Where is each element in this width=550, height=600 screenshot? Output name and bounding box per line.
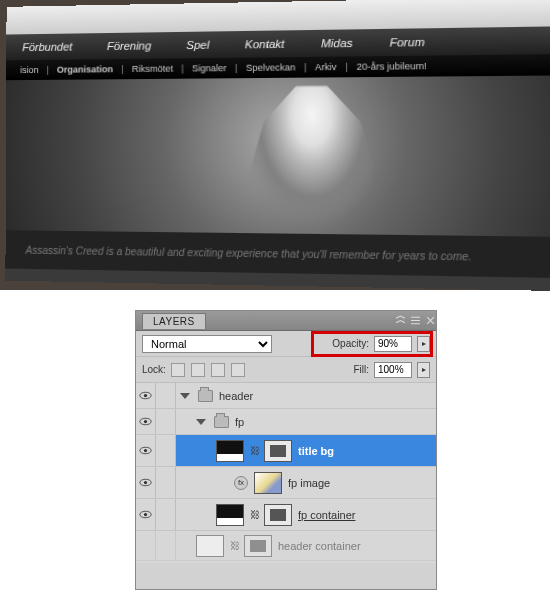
link-slot[interactable] <box>156 409 176 434</box>
chevrons-icon[interactable] <box>395 315 406 326</box>
layer-thumbnail[interactable] <box>254 472 282 494</box>
layer-name: header container <box>278 540 361 552</box>
visibility-toggle[interactable] <box>136 467 156 498</box>
link-slot[interactable] <box>156 383 176 408</box>
preview-caption: Assassin's Creed is a beautiful and exci… <box>5 230 550 278</box>
layer-row-header[interactable]: header <box>136 383 436 409</box>
nav-item[interactable]: Kontakt <box>245 38 285 51</box>
layer-row-header-container[interactable]: ⛓ header container <box>136 531 436 561</box>
subnav-item[interactable]: Riksmötet <box>132 64 173 75</box>
subnav-item[interactable]: 20-års jubileum! <box>356 61 426 72</box>
preview-hero-image <box>6 75 550 237</box>
layers-panel: LAYERS Normal Opacity: ▸ Lock: Fill: <box>135 310 437 590</box>
layer-name: title bg <box>298 445 334 457</box>
mask-link-icon[interactable]: ⛓ <box>230 540 238 551</box>
panel-tab-bar: LAYERS <box>136 311 436 331</box>
subnav-item[interactable]: Organisation <box>57 64 113 75</box>
layer-row-title-bg[interactable]: ⛓ title bg <box>136 435 436 467</box>
layer-tree: header fp ⛓ title bg <box>136 383 436 563</box>
panel-menu-icon[interactable] <box>410 315 421 326</box>
lock-position-icon[interactable] <box>211 363 225 377</box>
visibility-toggle[interactable] <box>136 435 156 466</box>
nav-item[interactable]: Forum <box>390 36 425 49</box>
subnav-item[interactable]: ision <box>20 65 38 75</box>
svg-point-3 <box>144 420 147 423</box>
link-slot[interactable] <box>156 531 176 560</box>
close-icon[interactable] <box>425 315 436 326</box>
mask-link-icon[interactable]: ⛓ <box>250 445 258 456</box>
subnav-item[interactable]: Spelveckan <box>246 62 295 73</box>
visibility-toggle[interactable] <box>136 499 156 530</box>
layer-name: fp <box>235 416 244 428</box>
opacity-flyout-icon[interactable]: ▸ <box>417 336 430 352</box>
layer-thumbnail[interactable] <box>196 535 224 557</box>
layer-thumbnail[interactable] <box>216 504 244 526</box>
opacity-input[interactable] <box>374 336 412 352</box>
fill-input[interactable] <box>374 362 412 378</box>
caption-text: Assassin's Creed is a beautiful and exci… <box>26 244 472 262</box>
link-slot[interactable] <box>156 435 176 466</box>
fill-label: Fill: <box>353 364 369 375</box>
visibility-toggle[interactable] <box>136 409 156 434</box>
lock-icons-group <box>171 363 245 377</box>
mask-thumbnail[interactable] <box>264 504 292 526</box>
nav-item[interactable]: Midas <box>321 37 353 50</box>
mask-thumbnail[interactable] <box>244 535 272 557</box>
folder-icon <box>198 390 213 402</box>
svg-point-5 <box>144 449 147 452</box>
expand-icon[interactable] <box>180 393 190 399</box>
layer-name: header <box>219 390 253 402</box>
svg-point-7 <box>144 481 147 484</box>
layer-row-fp-image[interactable]: fx fp image <box>136 467 436 499</box>
visibility-toggle[interactable] <box>136 383 156 408</box>
mask-link-icon[interactable]: ⛓ <box>250 509 258 520</box>
nav-item[interactable]: Förbundet <box>22 41 72 54</box>
lock-label: Lock: <box>142 364 166 375</box>
layer-row-fp[interactable]: fp <box>136 409 436 435</box>
link-slot[interactable] <box>156 467 176 498</box>
svg-point-9 <box>144 513 147 516</box>
svg-point-1 <box>144 394 147 397</box>
subnav-item[interactable]: Signaler <box>192 63 227 74</box>
blend-opacity-row: Normal Opacity: ▸ <box>136 331 436 357</box>
link-slot[interactable] <box>156 499 176 530</box>
tab-layers[interactable]: LAYERS <box>142 313 206 329</box>
layer-thumbnail[interactable] <box>216 440 244 462</box>
website-preview: Förbundet Förening Spel Kontakt Midas Fo… <box>5 0 550 292</box>
fill-flyout-icon[interactable]: ▸ <box>417 362 430 378</box>
lock-all-icon[interactable] <box>231 363 245 377</box>
opacity-label: Opacity: <box>332 338 369 349</box>
folder-icon <box>214 416 229 428</box>
lock-transparency-icon[interactable] <box>171 363 185 377</box>
nav-item[interactable]: Förening <box>107 39 151 52</box>
layer-row-fp-container[interactable]: ⛓ fp container <box>136 499 436 531</box>
subnav-item[interactable]: Arkiv <box>315 62 337 73</box>
expand-icon[interactable] <box>196 419 206 425</box>
lock-pixels-icon[interactable] <box>191 363 205 377</box>
lock-fill-row: Lock: Fill: ▸ <box>136 357 436 383</box>
nav-item[interactable]: Spel <box>186 39 209 52</box>
effects-icon[interactable]: fx <box>234 476 248 490</box>
hero-character <box>237 85 389 232</box>
website-preview-frame: Förbundet Förening Spel Kontakt Midas Fo… <box>0 0 550 290</box>
layer-name: fp container <box>298 509 355 521</box>
blend-mode-select[interactable]: Normal <box>142 335 272 353</box>
mask-thumbnail[interactable] <box>264 440 292 462</box>
layer-name: fp image <box>288 477 330 489</box>
visibility-toggle[interactable] <box>136 531 156 560</box>
